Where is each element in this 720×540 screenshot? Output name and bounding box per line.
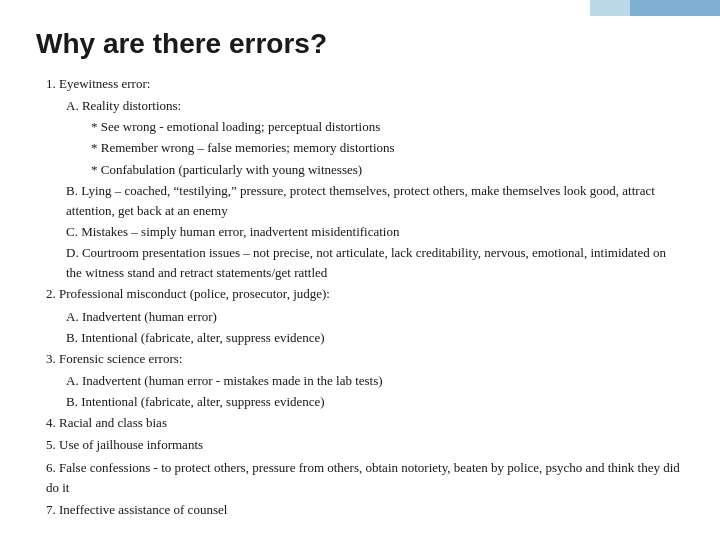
list-item: D. Courtroom presentation issues – not p… bbox=[66, 243, 684, 283]
list-item: * Remember wrong – false memories; memor… bbox=[91, 138, 684, 158]
list-item: 4. Racial and class bias bbox=[46, 413, 684, 433]
slide-title: Why are there errors? bbox=[36, 28, 684, 60]
list-item: 1. Eyewitness error: bbox=[46, 74, 684, 94]
list-item: * See wrong - emotional loading; percept… bbox=[91, 117, 684, 137]
list-item: 6. False confessions - to protect others… bbox=[46, 458, 684, 498]
list-item: 3. Forensic science errors: bbox=[46, 349, 684, 369]
accent-bar2 bbox=[590, 0, 630, 16]
list-item: B. Intentional (fabricate, alter, suppre… bbox=[66, 392, 684, 412]
list-item: 7. Ineffective assistance of counsel bbox=[46, 500, 684, 520]
slide-content: 1. Eyewitness error:A. Reality distortio… bbox=[36, 74, 684, 520]
accent-bar bbox=[630, 0, 720, 16]
list-item: 5. Use of jailhouse informants bbox=[46, 435, 684, 455]
list-item: C. Mistakes – simply human error, inadve… bbox=[66, 222, 684, 242]
list-item: B. Lying – coached, “testilying,” pressu… bbox=[66, 181, 684, 221]
list-item: B. Intentional (fabricate, alter, suppre… bbox=[66, 328, 684, 348]
list-item: A. Reality distortions: bbox=[66, 96, 684, 116]
list-item: * Confabulation (particularly with young… bbox=[91, 160, 684, 180]
list-item: A. Inadvertent (human error - mistakes m… bbox=[66, 371, 684, 391]
slide: Why are there errors? 1. Eyewitness erro… bbox=[0, 0, 720, 540]
list-item: A. Inadvertent (human error) bbox=[66, 307, 684, 327]
list-item: 2. Professional misconduct (police, pros… bbox=[46, 284, 684, 304]
